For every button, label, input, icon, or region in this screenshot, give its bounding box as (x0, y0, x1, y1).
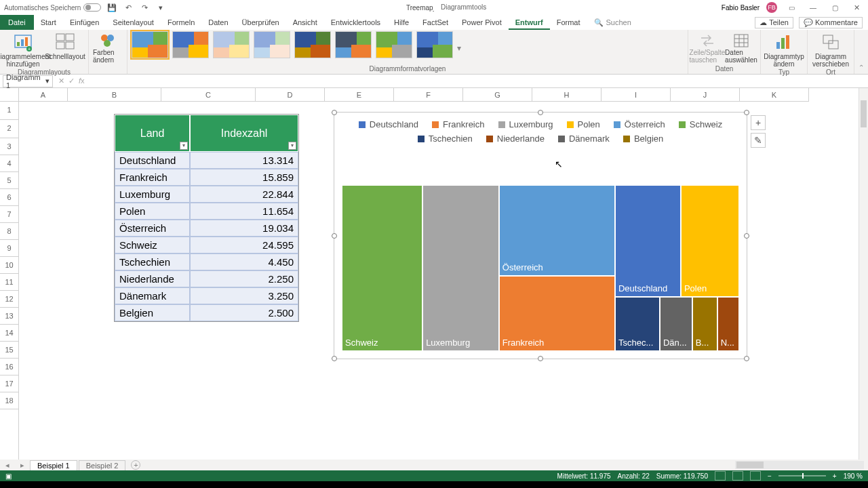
legend-item[interactable]: Niederlande (486, 134, 545, 144)
row-header-4[interactable]: 4 (0, 155, 18, 172)
chart-style-8[interactable] (416, 31, 453, 58)
treemap-rect-belgien[interactable]: B... (693, 298, 717, 350)
col-header-H[interactable]: H (532, 88, 601, 102)
treemap-rect-dänemark[interactable]: Dän... (660, 298, 692, 350)
row-header-5[interactable]: 5 (0, 172, 18, 189)
horizontal-scrollbar[interactable] (735, 461, 864, 469)
row-header-12[interactable]: 12 (0, 291, 18, 308)
tab-daten[interactable]: Daten (201, 15, 235, 30)
col-header-G[interactable]: G (463, 88, 532, 102)
legend-item[interactable]: Belgien (623, 134, 663, 144)
row-headers[interactable]: 123456789101112131415161718 (0, 88, 19, 460)
table-row[interactable]: Polen11.654 (115, 203, 298, 220)
page-break-view-button[interactable] (750, 471, 761, 481)
select-data-button[interactable]: Daten auswählen (726, 31, 756, 64)
tab-entwicklertools[interactable]: Entwicklertools (324, 15, 387, 30)
treemap-rect-tschechien[interactable]: Tschec... (616, 298, 659, 350)
move-chart-button[interactable]: Diagramm verschieben (812, 31, 850, 68)
tab-file[interactable]: Datei (0, 15, 34, 30)
data-table[interactable]: Land▾ Indexzahl▾ Deutschland13.314Frankr… (114, 114, 299, 322)
treemap-rect-deutschland[interactable]: Deutschland (616, 186, 680, 296)
tab-formeln[interactable]: Formeln (161, 15, 201, 30)
table-row[interactable]: Frankreich15.859 (115, 169, 298, 186)
autosave-toggle[interactable]: Automatisches Speichern (4, 3, 101, 12)
zoom-in-button[interactable]: + (833, 472, 837, 480)
chart-style-5[interactable] (294, 31, 331, 58)
treemap-plot-area[interactable]: SchweizLuxemburgÖsterreichFrankreichDeut… (342, 186, 738, 350)
row-header-13[interactable]: 13 (0, 308, 18, 325)
table-row[interactable]: Luxemburg22.844 (115, 186, 298, 203)
row-header-6[interactable]: 6 (0, 189, 18, 206)
tab-einfügen[interactable]: Einfügen (63, 15, 106, 30)
quick-layout-button[interactable]: Schnelllayout (46, 31, 84, 60)
tell-me-search[interactable]: 🔍 Suchen (587, 18, 638, 27)
tab-seitenlayout[interactable]: Seitenlayout (106, 15, 161, 30)
tab-factset[interactable]: FactSet (416, 15, 455, 30)
legend-item[interactable]: Deutschland (359, 119, 418, 129)
legend-item[interactable]: Luxemburg (498, 119, 553, 129)
fx-icon[interactable]: fx (79, 77, 85, 85)
row-header-17[interactable]: 17 (0, 375, 18, 392)
legend-item[interactable]: Dänemark (558, 134, 610, 144)
table-row[interactable]: Dänemark3.250 (115, 287, 298, 304)
table-row[interactable]: Belgien2.500 (115, 304, 298, 321)
ribbon-display-icon[interactable]: ▭ (784, 1, 799, 14)
row-header-8[interactable]: 8 (0, 223, 18, 240)
col-header-E[interactable]: E (325, 88, 394, 102)
comments-button[interactable]: 💬 Kommentare (799, 17, 863, 28)
col-header-C[interactable]: C (161, 88, 256, 102)
redo-icon[interactable]: ↷ (139, 2, 150, 13)
row-header-10[interactable]: 10 (0, 257, 18, 274)
maximize-button[interactable]: ▢ (827, 1, 842, 14)
legend-item[interactable]: Polen (567, 119, 600, 129)
normal-view-button[interactable] (715, 471, 726, 481)
treemap-rect-frankreich[interactable]: Frankreich (500, 277, 614, 350)
col-header-I[interactable]: I (601, 88, 671, 102)
treemap-rect-österreich[interactable]: Österreich (500, 186, 614, 275)
sheet-nav-next[interactable]: ▸ (15, 461, 30, 470)
col-header-A[interactable]: A (19, 88, 68, 102)
toggle-icon[interactable] (83, 3, 101, 12)
treemap-rect-polen[interactable]: Polen (682, 186, 738, 296)
undo-icon[interactable]: ↶ (123, 2, 134, 13)
save-icon[interactable]: 💾 (106, 2, 117, 13)
zoom-slider[interactable] (778, 475, 826, 476)
sheet-nav-prev[interactable]: ◂ (0, 461, 15, 470)
close-button[interactable] (849, 1, 864, 14)
chart-style-2[interactable] (172, 31, 209, 58)
row-header-15[interactable]: 15 (0, 342, 18, 359)
chart-elements-button[interactable]: + (751, 115, 766, 130)
name-box[interactable]: Diagramm 1▾ (3, 75, 53, 87)
chart-styles-button[interactable]: ✎ (751, 133, 766, 148)
col-header-B[interactable]: B (68, 88, 161, 102)
row-header-14[interactable]: 14 (0, 325, 18, 342)
user-avatar[interactable]: FB (766, 2, 777, 13)
select-all-corner[interactable] (0, 88, 19, 102)
row-header-16[interactable]: 16 (0, 359, 18, 375)
change-colors-button[interactable]: Farben ändern (93, 31, 123, 64)
legend-item[interactable]: Österreich (614, 119, 665, 129)
minimize-button[interactable] (806, 1, 821, 14)
zoom-level[interactable]: 190 % (844, 472, 863, 480)
table-row[interactable]: Schweiz24.595 (115, 237, 298, 253)
col-header-F[interactable]: F (394, 88, 463, 102)
col-header-J[interactable]: J (671, 88, 740, 102)
treemap-chart[interactable]: + ✎ DeutschlandFrankreichLuxemburgPolenÖ… (334, 112, 747, 359)
tab-power pivot[interactable]: Power Pivot (455, 15, 509, 30)
tab-überprüfen[interactable]: Überprüfen (235, 15, 286, 30)
sheet-tab-active[interactable]: Beispiel 1 (30, 460, 77, 470)
table-row[interactable]: Deutschland13.314 (115, 152, 298, 169)
col-header-D[interactable]: D (256, 88, 325, 102)
qat-dropdown-icon[interactable]: ▾ (155, 2, 166, 13)
add-chart-element-button[interactable]: + Diagrammelement hinzufügen (4, 31, 42, 68)
treemap-rect-niederlande[interactable]: N... (718, 298, 738, 350)
row-header-1[interactable]: 1 (0, 102, 18, 120)
chart-style-1[interactable] (132, 31, 168, 58)
column-headers[interactable]: ABCDEFGHIJK (19, 88, 859, 102)
chart-style-4[interactable] (254, 31, 290, 58)
chart-legend[interactable]: DeutschlandFrankreichLuxemburgPolenÖster… (334, 113, 747, 146)
tab-hilfe[interactable]: Hilfe (387, 15, 416, 30)
chart-style-7[interactable] (376, 31, 412, 58)
vertical-scrollbar[interactable] (859, 88, 868, 460)
table-row[interactable]: Österreich19.034 (115, 220, 298, 237)
